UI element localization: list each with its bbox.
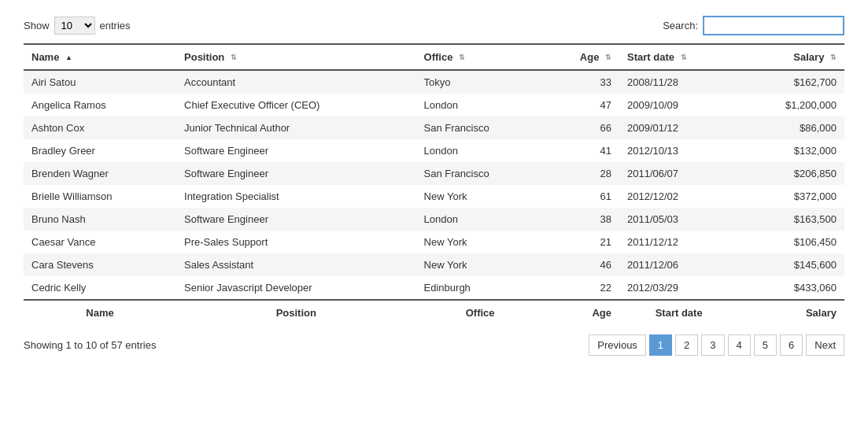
table-row: Ashton CoxJunior Technical AuthorSan Fra… bbox=[24, 116, 844, 139]
pagination-page-1[interactable]: 1 bbox=[649, 334, 672, 356]
cell-name: Angelica Ramos bbox=[24, 94, 176, 116]
footer-col-position: Position bbox=[176, 300, 416, 325]
sort-icons-age: ⇅ bbox=[605, 54, 611, 61]
cell-start_date: 2011/12/06 bbox=[619, 253, 738, 276]
cell-position: Chief Executive Officer (CEO) bbox=[176, 94, 416, 116]
cell-salary: $1,200,000 bbox=[738, 94, 844, 116]
cell-salary: $162,700 bbox=[738, 70, 844, 94]
cell-position: Software Engineer bbox=[176, 162, 416, 185]
cell-office: London bbox=[416, 94, 545, 116]
search-label: Search: bbox=[663, 20, 698, 31]
showing-info: Showing 1 to 10 of 57 entries bbox=[24, 339, 156, 351]
cell-office: New York bbox=[416, 253, 545, 276]
sort-updown-age: ⇅ bbox=[605, 54, 611, 61]
cell-office: New York bbox=[416, 185, 545, 208]
cell-office: San Francisco bbox=[416, 162, 545, 185]
sort-updown-salary: ⇅ bbox=[830, 54, 837, 61]
cell-start_date: 2012/12/02 bbox=[619, 185, 738, 208]
cell-name: Bruno Nash bbox=[24, 208, 176, 231]
cell-office: London bbox=[416, 208, 545, 231]
table-row: Cedric KellySenior Javascript DeveloperE… bbox=[24, 276, 844, 300]
cell-name: Cedric Kelly bbox=[24, 276, 176, 300]
pagination-previous[interactable]: Previous bbox=[589, 334, 646, 356]
footer-col-salary: Salary bbox=[738, 300, 844, 325]
table-header: Name ▲ Position ⇅ Office ⇅ Age bbox=[24, 44, 844, 70]
table-row: Bradley GreerSoftware EngineerLondon4120… bbox=[24, 139, 844, 162]
sort-icons-office: ⇅ bbox=[459, 54, 465, 61]
sort-icons-salary: ⇅ bbox=[830, 54, 837, 61]
cell-salary: $86,000 bbox=[738, 116, 844, 139]
col-name[interactable]: Name ▲ bbox=[24, 44, 176, 70]
cell-start_date: 2012/03/29 bbox=[619, 276, 738, 300]
footer-col-startdate: Start date bbox=[619, 300, 738, 325]
cell-salary: $132,000 bbox=[738, 139, 844, 162]
cell-position: Sales Assistant bbox=[176, 253, 416, 276]
show-entries: Show 10 25 50 100 entries bbox=[24, 17, 131, 35]
cell-position: Pre-Sales Support bbox=[176, 231, 416, 253]
cell-position: Software Engineer bbox=[176, 208, 416, 231]
sort-icons-position: ⇅ bbox=[231, 54, 237, 61]
table-footer: Name Position Office Age Start date Sala… bbox=[24, 300, 844, 325]
table-row: Cara StevensSales AssistantNew York46201… bbox=[24, 253, 844, 276]
cell-start_date: 2011/05/03 bbox=[619, 208, 738, 231]
table-row: Angelica RamosChief Executive Officer (C… bbox=[24, 94, 844, 116]
cell-salary: $163,500 bbox=[738, 208, 844, 231]
footer-col-name: Name bbox=[24, 300, 176, 325]
col-position[interactable]: Position ⇅ bbox=[176, 44, 416, 70]
col-age-label: Age bbox=[580, 51, 600, 63]
sort-updown-position: ⇅ bbox=[231, 54, 237, 61]
table-row: Brenden WagnerSoftware EngineerSan Franc… bbox=[24, 162, 844, 185]
cell-age: 47 bbox=[545, 94, 619, 116]
cell-age: 41 bbox=[545, 139, 619, 162]
search-input[interactable] bbox=[703, 16, 844, 35]
table-body: Airi SatouAccountantTokyo332008/11/28$16… bbox=[24, 70, 844, 300]
cell-office: Edinburgh bbox=[416, 276, 545, 300]
sort-up-name: ▲ bbox=[65, 54, 72, 61]
cell-name: Brielle Williamson bbox=[24, 185, 176, 208]
pagination-next[interactable]: Next bbox=[806, 334, 844, 356]
top-controls: Show 10 25 50 100 entries Search: bbox=[24, 16, 844, 35]
cell-name: Brenden Wagner bbox=[24, 162, 176, 185]
col-position-label: Position bbox=[184, 51, 224, 63]
pagination-page-3[interactable]: 3 bbox=[701, 334, 724, 356]
cell-position: Integration Specialist bbox=[176, 185, 416, 208]
pagination-page-6[interactable]: 6 bbox=[780, 334, 803, 356]
table-row: Airi SatouAccountantTokyo332008/11/28$16… bbox=[24, 70, 844, 94]
table-row: Caesar VancePre-Sales SupportNew York212… bbox=[24, 231, 844, 253]
col-office[interactable]: Office ⇅ bbox=[416, 44, 545, 70]
cell-position: Senior Javascript Developer bbox=[176, 276, 416, 300]
sort-icons-startdate: ⇅ bbox=[681, 54, 687, 61]
table-row: Bruno NashSoftware EngineerLondon382011/… bbox=[24, 208, 844, 231]
col-salary[interactable]: Salary ⇅ bbox=[738, 44, 844, 70]
entries-select[interactable]: 10 25 50 100 bbox=[54, 17, 95, 35]
data-table: Name ▲ Position ⇅ Office ⇅ Age bbox=[24, 43, 844, 325]
cell-salary: $206,850 bbox=[738, 162, 844, 185]
pagination-page-4[interactable]: 4 bbox=[728, 334, 751, 356]
cell-salary: $106,450 bbox=[738, 231, 844, 253]
footer-col-age: Age bbox=[545, 300, 619, 325]
col-start-date-label: Start date bbox=[627, 51, 674, 63]
col-salary-label: Salary bbox=[793, 51, 824, 63]
cell-start_date: 2009/10/09 bbox=[619, 94, 738, 116]
col-age[interactable]: Age ⇅ bbox=[545, 44, 619, 70]
cell-age: 28 bbox=[545, 162, 619, 185]
footer-col-office: Office bbox=[416, 300, 545, 325]
pagination-page-2[interactable]: 2 bbox=[675, 334, 698, 356]
cell-office: New York bbox=[416, 231, 545, 253]
show-label: Show bbox=[24, 20, 50, 31]
cell-start_date: 2008/11/28 bbox=[619, 70, 738, 94]
cell-office: London bbox=[416, 139, 545, 162]
search-box: Search: bbox=[663, 16, 844, 35]
cell-name: Cara Stevens bbox=[24, 253, 176, 276]
col-start-date[interactable]: Start date ⇅ bbox=[619, 44, 738, 70]
cell-position: Software Engineer bbox=[176, 139, 416, 162]
entries-label: entries bbox=[100, 20, 131, 31]
sort-updown-office: ⇅ bbox=[459, 54, 465, 61]
col-office-label: Office bbox=[424, 51, 453, 63]
cell-age: 66 bbox=[545, 116, 619, 139]
cell-age: 61 bbox=[545, 185, 619, 208]
cell-name: Ashton Cox bbox=[24, 116, 176, 139]
sort-updown-startdate: ⇅ bbox=[681, 54, 687, 61]
pagination-page-5[interactable]: 5 bbox=[754, 334, 777, 356]
cell-position: Junior Technical Author bbox=[176, 116, 416, 139]
